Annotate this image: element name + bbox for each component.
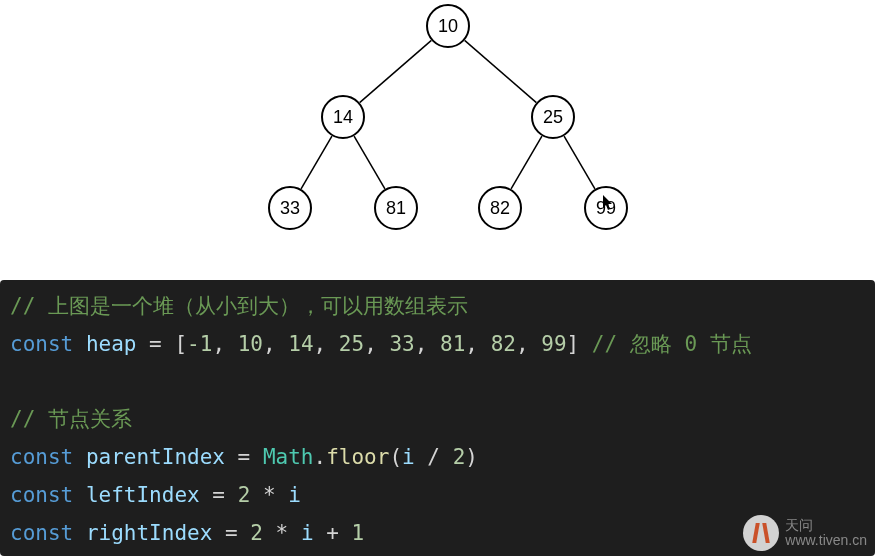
var-i: i [402,445,415,469]
num-2: 2 [238,483,251,507]
array-value: 99 [541,332,566,356]
class-math: Math [263,445,314,469]
paren-open: ( [389,445,402,469]
var-left-index: leftIndex [86,483,200,507]
var-right-index: rightIndex [86,521,212,545]
equals-sign: = [149,332,162,356]
tree-node-81: 81 [374,186,418,230]
equals-sign: = [225,521,238,545]
tree-edge [301,136,332,189]
array-values: -1, 10, 14, 25, 33, 81, 82, 99 [187,332,566,356]
comma: , [415,332,440,356]
comma: , [364,332,389,356]
tree-edge [465,40,537,102]
tree-node-82: 82 [478,186,522,230]
num-2: 2 [250,521,263,545]
tree-node-33: 33 [268,186,312,230]
array-value: 10 [238,332,263,356]
array-value: 81 [440,332,465,356]
watermark: 天问 www.tiven.cn [743,515,867,551]
var-heap: heap [86,332,137,356]
watermark-url: www.tiven.cn [785,533,867,548]
dot: . [314,445,327,469]
tree-edge [354,136,385,189]
array-value: 25 [339,332,364,356]
comma: , [516,332,541,356]
num-1: 1 [352,521,365,545]
comma: , [314,332,339,356]
keyword-const: const [10,445,73,469]
comma: , [263,332,288,356]
tree-edge [564,136,595,189]
heap-tree-diagram: 10142533818299 [0,0,875,270]
keyword-const: const [10,521,73,545]
tree-node-10: 10 [426,4,470,48]
div-op: / [427,445,440,469]
array-value: 33 [389,332,414,356]
num-2: 2 [453,445,466,469]
watermark-title: 天问 [785,518,867,533]
mul-op: * [276,521,289,545]
equals-sign: = [212,483,225,507]
array-value: 14 [288,332,313,356]
tree-node-25: 25 [531,95,575,139]
comma: , [212,332,237,356]
keyword-const: const [10,332,73,356]
var-i: i [288,483,301,507]
fn-floor: floor [326,445,389,469]
var-i: i [301,521,314,545]
tree-edge [511,136,542,189]
tree-edge [360,40,432,102]
tree-node-99: 99 [584,186,628,230]
paren-close: ) [465,445,478,469]
array-value: 82 [491,332,516,356]
var-parent-index: parentIndex [86,445,225,469]
bracket-close: ] [567,332,580,356]
tree-node-14: 14 [321,95,365,139]
comma: , [465,332,490,356]
watermark-text: 天问 www.tiven.cn [785,518,867,549]
bracket-open: [ [174,332,187,356]
array-value: -1 [187,332,212,356]
comment-relations: // 节点关系 [10,407,132,431]
comment-ignore-0: // 忽略 0 节点 [592,332,752,356]
watermark-logo-icon [743,515,779,551]
comment-line-1: // 上图是一个堆（从小到大），可以用数组表示 [10,294,468,318]
keyword-const: const [10,483,73,507]
equals-sign: = [238,445,251,469]
mul-op: * [263,483,276,507]
plus-op: + [326,521,339,545]
